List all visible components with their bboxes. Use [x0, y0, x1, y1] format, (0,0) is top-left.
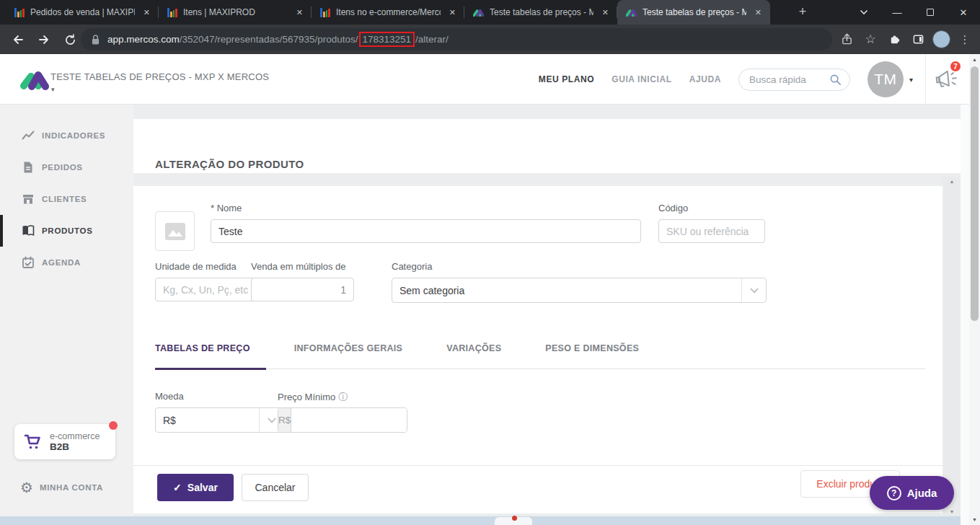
close-icon[interactable]: ✕ [293, 6, 306, 19]
bookmark-star-icon[interactable]: ☆ [861, 30, 880, 49]
new-tab-button[interactable]: + [793, 3, 812, 22]
categoria-value: Sem categoria [399, 285, 464, 296]
url-bar[interactable]: app.mercos.com/352047/representadas/5679… [81, 28, 832, 50]
search-input[interactable] [749, 74, 825, 85]
preco-minimo-input[interactable] [291, 408, 407, 432]
calendar-check-icon [22, 256, 35, 269]
search-icon[interactable] [829, 74, 842, 86]
content-scrollbar[interactable]: ▲ ▼ [943, 177, 961, 516]
back-icon[interactable] [9, 30, 27, 49]
close-icon[interactable]: ✕ [446, 6, 459, 19]
cart-icon [24, 433, 43, 451]
url-domain: app.mercos.com [107, 34, 180, 45]
page-title-card: ALTERAÇÃO DO PRODUTO [133, 119, 961, 173]
tab-title: Teste tabelas de preços - MX [490, 7, 593, 17]
unidade-input[interactable] [155, 278, 257, 301]
tab-title: Itens | MAXIPROD [183, 7, 288, 17]
sidebar-item-produtos[interactable]: PRODUTOS [0, 215, 133, 247]
forward-icon[interactable] [35, 30, 53, 49]
tab-search-chevron-icon[interactable] [847, 0, 880, 25]
minimize-button[interactable]: — [880, 0, 914, 25]
extensions-puzzle-icon[interactable] [885, 30, 904, 49]
scroll-down-icon[interactable]: ▼ [943, 509, 961, 514]
padlock-icon[interactable] [91, 34, 100, 45]
browser-scrollbar[interactable]: ▲ ▼ [969, 54, 980, 525]
help-button[interactable]: ? Ajuda [870, 476, 954, 510]
close-icon[interactable]: ✕ [752, 6, 764, 19]
maximize-icon [927, 9, 934, 16]
footer-divider [133, 465, 943, 466]
categoria-select[interactable]: Sem categoria [392, 278, 767, 303]
scroll-up-icon[interactable]: ▲ [943, 179, 961, 184]
cancel-button[interactable]: Cancelar [242, 474, 309, 501]
tab-itens-ecommerce[interactable]: Itens no e-commerce/Merco ✕ [312, 0, 464, 25]
product-tabs: TABELAS DE PREÇO INFORMAÇÕES GERAIS VARI… [155, 343, 925, 369]
close-icon[interactable]: ✕ [599, 6, 612, 19]
tab-teste-tabelas-2-active[interactable]: Teste tabelas de preços - MX ✕ [617, 0, 770, 25]
scrollbar-thumb[interactable] [971, 66, 979, 321]
moeda-select[interactable]: R$ [155, 407, 284, 433]
moeda-label: Moeda [155, 391, 184, 402]
moeda-value: R$ [163, 415, 176, 426]
multiplos-label: Venda em múltiplos de [251, 261, 346, 272]
ecommerce-b2b-card[interactable]: e-commerce B2B [14, 424, 115, 459]
app-header: TESTE TABELAS DE PREÇOS - MXP X MERCOS ▾… [0, 54, 969, 105]
gear-icon: ⚙ [20, 480, 33, 495]
store-icon [22, 193, 35, 206]
user-menu[interactable]: TM ▾ [868, 61, 913, 97]
tab-informacoes-gerais[interactable]: INFORMAÇÕES GERAIS [294, 343, 419, 369]
product-image-placeholder[interactable] [155, 211, 195, 251]
browser-toolbar: app.mercos.com/352047/representadas/5679… [0, 25, 980, 54]
window-close-button[interactable]: ✕ [947, 0, 980, 25]
codigo-input[interactable] [658, 219, 765, 243]
red-dot [512, 516, 517, 521]
maximize-button[interactable] [914, 0, 947, 25]
tab-pedidos-de-venda[interactable]: Pedidos de venda | MAXIPRO ✕ [6, 0, 159, 25]
currency-prefix: R$ [278, 408, 291, 432]
categoria-label: Categoria [392, 261, 432, 272]
browser-profile-avatar[interactable] [932, 30, 950, 48]
tab-variacoes[interactable]: VARIAÇÕES [446, 343, 517, 369]
info-icon[interactable]: ⓘ [338, 392, 348, 402]
browser-menu-kebab-icon[interactable]: ⋮ [955, 30, 974, 49]
share-icon[interactable] [837, 30, 856, 49]
preco-minimo-label: Preço Mínimoⓘ [278, 391, 348, 404]
multiplos-input[interactable] [251, 278, 354, 301]
scroll-up-icon[interactable]: ▲ [969, 57, 980, 62]
maxiprod-favicon [320, 7, 330, 17]
close-icon[interactable]: ✕ [141, 6, 153, 19]
nome-label: * Nome [211, 203, 242, 213]
company-name[interactable]: TESTE TABELAS DE PREÇOS - MXP X MERCOS [50, 71, 269, 82]
unidade-label: Unidade de medida [155, 261, 237, 272]
nome-input[interactable] [211, 219, 641, 243]
company-caret-down-icon[interactable]: ▾ [51, 86, 55, 93]
tab-itens-maxiprod[interactable]: Itens | MAXIPROD ✕ [159, 0, 312, 25]
ecommerce-label: e-commerce [50, 431, 100, 441]
page-gutter [961, 54, 969, 525]
tab-peso-e-dimensoes[interactable]: PESO E DIMENSÕES [545, 343, 655, 369]
tab-teste-tabelas-1[interactable]: Teste tabelas de preços - MX ✕ [464, 0, 617, 25]
menu-ajuda[interactable]: AJUDA [689, 74, 721, 84]
bottom-widget [495, 517, 532, 525]
sidebar-item-pedidos[interactable]: PEDIDOS [0, 151, 133, 183]
quick-search[interactable] [738, 69, 850, 91]
url-path-after: /alterar/ [415, 34, 449, 45]
mercos-logo[interactable] [20, 64, 49, 94]
preco-minimo-group: R$ [278, 407, 407, 433]
reload-icon[interactable] [61, 30, 79, 49]
user-avatar[interactable]: TM [868, 61, 904, 97]
line-chart-icon [22, 129, 35, 142]
sidebar-item-agenda[interactable]: AGENDA [0, 247, 133, 278]
side-panel-icon[interactable] [909, 30, 927, 49]
sidebar-item-clientes[interactable]: CLIENTES [0, 183, 133, 215]
scroll-down-icon[interactable]: ▼ [969, 517, 980, 522]
sidebar-item-indicadores[interactable]: INDICADORES [0, 120, 133, 151]
save-button[interactable]: ✓ Salvar [157, 474, 234, 501]
user-caret-down-icon: ▾ [909, 76, 913, 84]
document-icon [22, 161, 35, 174]
menu-guia-inicial[interactable]: GUIA INICIAL [612, 74, 671, 84]
tab-tabelas-de-preco[interactable]: TABELAS DE PREÇO [155, 343, 266, 369]
maxiprod-favicon [14, 7, 25, 17]
menu-meu-plano[interactable]: MEU PLANO [539, 74, 594, 84]
sidebar-item-minha-conta[interactable]: ⚙ MINHA CONTA [0, 472, 133, 503]
